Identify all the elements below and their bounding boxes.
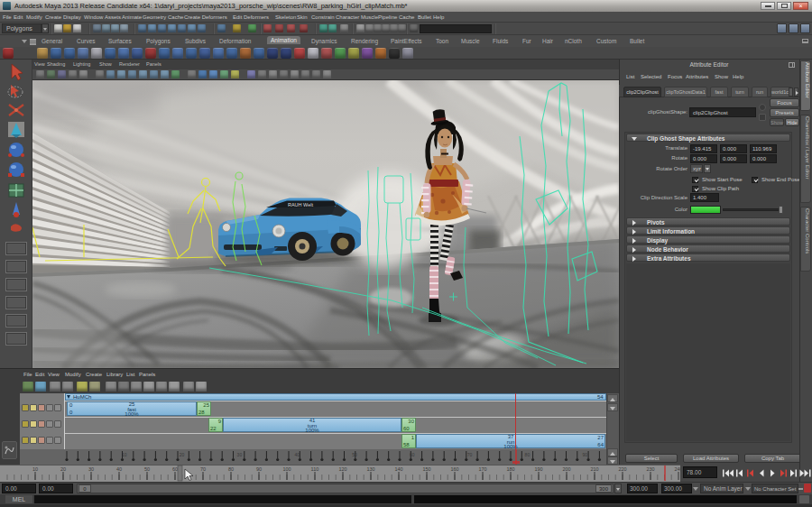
svg-text:120: 120 — [338, 466, 346, 472]
svg-text:230: 230 — [646, 466, 654, 472]
svg-text:130: 130 — [366, 466, 374, 472]
svg-text:40: 40 — [294, 452, 300, 457]
svg-text:60: 60 — [172, 466, 178, 472]
svg-text:100: 100 — [282, 466, 291, 472]
svg-text:210: 210 — [590, 466, 598, 472]
svg-text:70: 70 — [467, 452, 473, 457]
svg-text:RAUH Welt: RAUH Welt — [288, 202, 313, 207]
svg-text:110: 110 — [311, 466, 319, 472]
svg-text:60: 60 — [410, 452, 415, 457]
svg-text:180: 180 — [506, 466, 514, 472]
svg-text:30: 30 — [237, 452, 243, 457]
svg-text:70: 70 — [200, 466, 206, 472]
svg-text:80: 80 — [228, 466, 234, 472]
svg-text:80: 80 — [525, 452, 531, 457]
svg-text:20: 20 — [60, 466, 66, 472]
svg-text:200: 200 — [562, 466, 570, 472]
svg-text:50: 50 — [352, 452, 357, 457]
svg-text:160: 160 — [450, 466, 458, 472]
svg-text:10: 10 — [122, 452, 127, 457]
svg-text:240: 240 — [674, 466, 680, 472]
svg-text:90: 90 — [256, 466, 262, 472]
svg-text:190: 190 — [534, 466, 542, 472]
svg-text:150: 150 — [422, 466, 430, 472]
svg-text:170: 170 — [478, 466, 486, 472]
svg-text:50: 50 — [144, 466, 150, 472]
svg-text:10: 10 — [32, 466, 38, 472]
svg-text:40: 40 — [116, 466, 122, 472]
svg-text:20: 20 — [180, 452, 185, 457]
svg-text:90: 90 — [582, 452, 587, 457]
svg-text:140: 140 — [394, 466, 402, 472]
svg-text:220: 220 — [618, 466, 626, 472]
svg-text:30: 30 — [88, 466, 94, 472]
